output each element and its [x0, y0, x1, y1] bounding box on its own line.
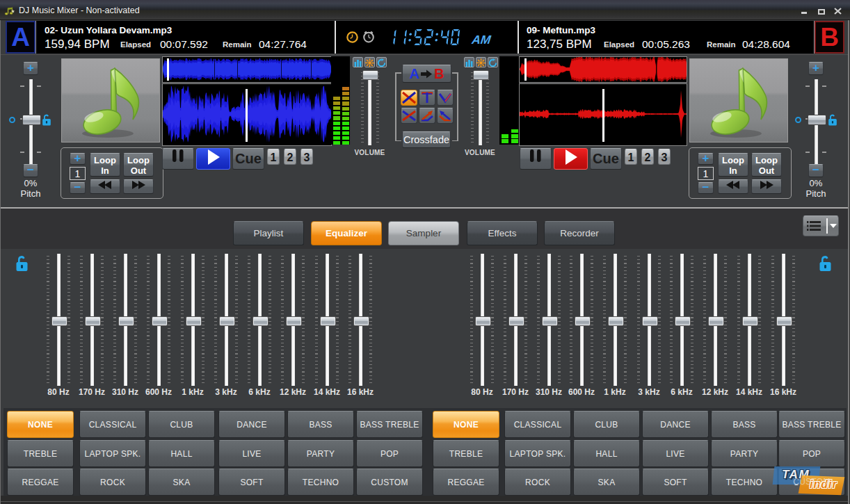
svg-text:AM: AM: [470, 33, 492, 47]
